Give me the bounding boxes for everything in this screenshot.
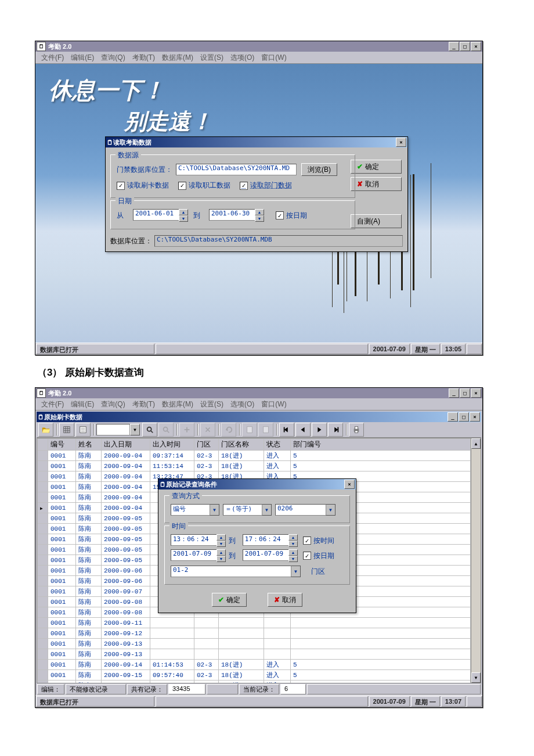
- menu-attend[interactable]: 考勤(T): [129, 53, 158, 63]
- query-ok-button[interactable]: ✔确定: [212, 593, 247, 607]
- legend-date: 日期: [116, 196, 134, 206]
- query-dialog-icon: 🗒: [160, 481, 166, 488]
- menu-db[interactable]: 数据库(M): [158, 53, 197, 63]
- last-icon[interactable]: [328, 423, 343, 437]
- next-icon[interactable]: [312, 423, 327, 437]
- table-row[interactable]: 0001陈南2000-09-11: [38, 618, 471, 628]
- menu-window[interactable]: 窗口(W): [258, 399, 290, 409]
- child-maximize[interactable]: □: [459, 412, 469, 422]
- menu-attend[interactable]: 考勤(T): [129, 399, 158, 409]
- filter-dropdown[interactable]: ▼: [96, 424, 140, 435]
- spin-timefrom[interactable]: 13：06：24▲▼: [171, 534, 226, 547]
- svg-rect-21: [284, 427, 285, 433]
- query-close-button[interactable]: ×: [344, 480, 355, 489]
- report1-icon[interactable]: [242, 423, 257, 437]
- menu-edit[interactable]: 编辑(E): [67, 53, 98, 63]
- table-row[interactable]: 0001陈南2000-09-13: [38, 649, 471, 660]
- browse-button[interactable]: 浏览(B): [301, 163, 337, 176]
- col-header[interactable]: 姓名: [76, 439, 102, 451]
- prev-icon[interactable]: [295, 423, 311, 437]
- menu-query[interactable]: 查询(Q): [98, 399, 128, 409]
- col-header[interactable]: 状态: [264, 439, 291, 451]
- col-header[interactable]: [38, 439, 48, 451]
- find-icon[interactable]: [142, 423, 157, 437]
- menu-file[interactable]: 文件(F): [38, 53, 67, 63]
- grid-statusbar: 编辑： 不能修改记录 共有记录： 33435 当前记录： 6: [37, 683, 481, 695]
- menu-file[interactable]: 文件(F): [38, 399, 67, 409]
- col-header[interactable]: 门区名称: [219, 439, 264, 451]
- spin-dateto[interactable]: 2001-06-30 ▲▼: [209, 209, 264, 222]
- menu-settings[interactable]: 设置(S): [197, 53, 227, 63]
- menu-db[interactable]: 数据库(M): [158, 399, 197, 409]
- spin-timeto[interactable]: 17：06：24▲▼: [243, 534, 298, 547]
- close-button[interactable]: ×: [471, 42, 481, 51]
- table-row[interactable]: 0001陈南2000-09-13: [38, 639, 471, 649]
- col-header[interactable]: 门区: [194, 439, 219, 451]
- first-icon[interactable]: [279, 423, 294, 437]
- label-to: 到: [226, 551, 239, 561]
- dialog-close-button[interactable]: ×: [396, 138, 406, 147]
- print-icon[interactable]: [349, 423, 364, 437]
- cancel-button[interactable]: ✘取消: [351, 177, 402, 191]
- form-icon[interactable]: [75, 423, 91, 437]
- minimize-button[interactable]: _: [449, 388, 459, 398]
- close-button[interactable]: ×: [471, 388, 481, 398]
- ok-button[interactable]: ✔确定: [351, 160, 402, 174]
- vertical-scrollbar[interactable]: ▲▼: [471, 438, 481, 683]
- select-value[interactable]: 0206▼: [275, 504, 335, 516]
- svg-marker-24: [334, 427, 338, 433]
- child-close[interactable]: ×: [470, 412, 480, 422]
- table-row[interactable]: 0001陈南2000-09-1401:14:5302-318(进)进入5: [38, 660, 471, 670]
- table-row[interactable]: 0001陈南2000-09-0411:53:1402-318(进)进入5: [38, 461, 471, 471]
- col-header[interactable]: 部门编号: [291, 439, 471, 451]
- menu-edit[interactable]: 编辑(E): [67, 399, 98, 409]
- svg-rect-27: [355, 427, 358, 429]
- select-gate[interactable]: 01-2▼: [171, 566, 301, 577]
- table-row[interactable]: 0001陈南2000-09-1513:14:0502-318(进)进入5: [38, 681, 471, 683]
- group-query-method: 查询方式 编号▼ ＝(等于)▼ 0206▼: [164, 495, 350, 523]
- label-dblocation: 门禁数据库位置：: [117, 165, 172, 175]
- input-dbpath[interactable]: C:\TOOLS\Database\SY200NTA.MD: [176, 164, 297, 175]
- table-row[interactable]: 0001陈南2000-09-1509:57:4002-318(进)进入5: [38, 670, 471, 681]
- menu-query[interactable]: 查询(Q): [98, 53, 128, 63]
- svg-marker-20: [284, 427, 288, 433]
- findnext-icon[interactable]: [158, 423, 174, 437]
- query-dialog: 🗒 原始记录查询条件 × 查询方式 编号▼ ＝(等于)▼ 0206▼ 时: [158, 478, 356, 613]
- chk-bydate[interactable]: 按日期: [303, 551, 334, 561]
- chk-bydate[interactable]: 按日期: [276, 211, 307, 221]
- menu-window[interactable]: 窗口(W): [258, 53, 290, 63]
- query-cancel-button[interactable]: ✘取消: [268, 593, 302, 607]
- menu-settings[interactable]: 设置(S): [197, 399, 227, 409]
- slogan-2: 别走遠！: [124, 107, 212, 136]
- add-icon[interactable]: [179, 423, 194, 437]
- select-field[interactable]: 编号▼: [171, 504, 219, 516]
- menu-options[interactable]: 选项(O): [227, 53, 258, 63]
- minimize-button[interactable]: _: [449, 42, 459, 51]
- chk-dept[interactable]: 读取部门数据: [240, 181, 292, 190]
- chk-swipe[interactable]: 读取刷卡数据: [117, 181, 169, 190]
- spin-datefrom[interactable]: 2001-06-01 ▲▼: [133, 209, 188, 222]
- selftest-button[interactable]: 自测(A): [351, 214, 402, 228]
- col-header[interactable]: 出入时间: [150, 439, 194, 451]
- chk-staff[interactable]: 读取职工数据: [178, 181, 230, 190]
- table-row[interactable]: 0001陈南2000-09-0409:37:1402-318(进)进入5: [38, 451, 471, 461]
- col-header[interactable]: 出入日期: [102, 439, 150, 451]
- child-minimize[interactable]: _: [448, 412, 458, 422]
- spacer: [307, 684, 481, 694]
- col-header[interactable]: 编号: [48, 439, 76, 451]
- undo-icon[interactable]: [221, 423, 236, 437]
- open-icon[interactable]: [38, 423, 53, 437]
- table-row[interactable]: 0001陈南2000-09-12: [38, 628, 471, 639]
- chk-bytime[interactable]: 按时间: [303, 536, 334, 546]
- spin-datefrom[interactable]: 2001-07-09▲▼: [171, 549, 226, 562]
- maximize-button[interactable]: □: [460, 42, 470, 51]
- slogan-1: 休息一下！: [49, 74, 165, 106]
- maximize-button[interactable]: □: [460, 388, 470, 398]
- report2-icon[interactable]: [258, 423, 273, 437]
- select-op[interactable]: ＝(等于)▼: [223, 504, 272, 516]
- delete-icon[interactable]: [200, 423, 215, 437]
- svg-point-9: [147, 427, 151, 431]
- grid-icon[interactable]: [59, 423, 74, 437]
- spin-dateto[interactable]: 2001-07-09▲▼: [243, 549, 298, 562]
- menu-options[interactable]: 选项(O): [227, 399, 258, 409]
